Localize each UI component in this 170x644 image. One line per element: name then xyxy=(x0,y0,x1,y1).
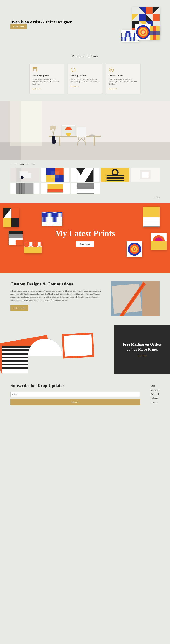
page-next[interactable]: Next xyxy=(156,196,160,198)
svg-rect-35 xyxy=(150,31,160,35)
get-in-touch-button[interactable]: Get in Touch xyxy=(10,305,28,311)
portfolio-thumb-8[interactable] xyxy=(71,183,100,194)
footer-nav-shop[interactable]: Shop xyxy=(151,384,160,387)
year-2019[interactable]: 2019 xyxy=(15,163,18,165)
custom-heading: Custom Designs & Commissions xyxy=(10,281,104,287)
footer-section: Subscribe for Drop Updates Subscribe Sho… xyxy=(0,374,170,414)
purchasing-section: Purchasing Prints Framing Options Mauris… xyxy=(0,47,170,101)
shop-now-button[interactable]: Shop Now xyxy=(76,241,94,247)
year-all[interactable]: All xyxy=(10,163,13,165)
svg-point-44 xyxy=(111,70,112,70)
footer-nav-behance[interactable]: Behance xyxy=(151,397,160,400)
pagination: 1 Next xyxy=(10,196,160,198)
portfolio-grid-row1 xyxy=(10,168,160,182)
portfolio-thumb-5[interactable] xyxy=(131,168,160,182)
custom-image xyxy=(111,281,160,316)
purchasing-heading: Purchasing Prints xyxy=(10,54,160,58)
framing-desc: Mauris blandit aliquam elit, eget tincid… xyxy=(32,78,61,85)
svg-rect-104 xyxy=(16,183,25,194)
matting-promo: Free Matting on Orders of 4 or More Prin… xyxy=(115,325,170,374)
svg-point-66 xyxy=(53,126,56,130)
svg-marker-39 xyxy=(71,68,75,72)
svg-rect-52 xyxy=(94,137,95,146)
subscribe-heading: Subscribe for Drop Updates xyxy=(10,383,140,388)
svg-rect-174 xyxy=(142,281,160,316)
svg-point-77 xyxy=(21,176,24,179)
hero-art-circle xyxy=(135,24,151,40)
scattered-print-1 xyxy=(3,208,19,228)
svg-rect-51 xyxy=(59,137,60,146)
svg-rect-150 xyxy=(143,206,160,217)
hero-art-stripe xyxy=(150,26,160,40)
svg-rect-0 xyxy=(132,7,139,14)
svg-rect-58 xyxy=(62,130,75,134)
portfolio-thumb-6[interactable] xyxy=(10,183,39,194)
hero-title: Ryan is an Artist & Print Designer xyxy=(10,20,72,24)
svg-rect-84 xyxy=(50,172,59,178)
subscribe-area: Subscribe for Drop Updates Subscribe xyxy=(10,383,140,405)
footer-nav-instagram[interactable]: Instagram xyxy=(151,388,160,392)
scattered-print-right2 xyxy=(151,232,167,250)
svg-rect-93 xyxy=(107,177,124,178)
year-2021[interactable]: 2021 xyxy=(26,163,29,165)
framing-card: Framing Options Mauris blandit aliquam e… xyxy=(29,64,64,94)
svg-rect-94 xyxy=(107,178,124,179)
svg-rect-95 xyxy=(107,180,124,181)
svg-rect-105 xyxy=(25,183,33,194)
footer-nav-facebook[interactable]: Facebook xyxy=(151,393,160,396)
learn-more-link[interactable]: Learn More xyxy=(138,355,147,357)
print-methods-card: Print Methods Lorem ipsum dolor sit cons… xyxy=(106,64,141,94)
email-input[interactable] xyxy=(10,392,140,398)
svg-rect-8 xyxy=(139,14,146,21)
svg-rect-60 xyxy=(52,136,55,142)
svg-rect-100 xyxy=(142,172,149,178)
svg-rect-128 xyxy=(11,208,19,218)
matting-title: Matting Options xyxy=(71,74,99,77)
portfolio-thumb-7[interactable] xyxy=(41,183,70,194)
portfolio-thumb-4[interactable] xyxy=(101,168,130,182)
svg-rect-147 xyxy=(24,248,42,254)
svg-point-171 xyxy=(134,248,135,250)
purchasing-cards: Framing Options Mauris blandit aliquam e… xyxy=(10,64,160,94)
portfolio-grid-row2 xyxy=(10,183,100,194)
portfolio-year-filters: All 2019 2020 2021 2022 xyxy=(10,163,160,165)
hero-section: Ryan is an Artist & Print Designer Shop … xyxy=(0,0,170,47)
hero-text: Ryan is an Artist & Print Designer Shop … xyxy=(10,20,72,29)
svg-rect-3 xyxy=(146,7,153,14)
svg-rect-144 xyxy=(16,240,22,245)
latest-prints-content: My Latest Prints Shop Now xyxy=(55,229,115,247)
framing-explore-link[interactable]: Explore All xyxy=(32,88,40,90)
scattered-print-2 xyxy=(9,231,22,245)
scattered-print-3 xyxy=(24,241,42,254)
svg-marker-129 xyxy=(11,218,19,228)
framing-title: Framing Options xyxy=(32,74,61,77)
footer-nav-contact[interactable]: Contact xyxy=(151,401,160,404)
svg-point-97 xyxy=(113,170,117,174)
svg-point-30 xyxy=(141,30,145,34)
latest-prints-section: My Latest Prints Shop Now xyxy=(0,203,170,272)
matting-art xyxy=(0,325,115,374)
svg-rect-78 xyxy=(26,173,31,178)
subscribe-button[interactable]: Subscribe xyxy=(10,399,140,405)
svg-rect-38 xyxy=(33,68,34,69)
portfolio-thumb-1[interactable] xyxy=(10,168,39,182)
shop-prints-button[interactable]: Shop Prints xyxy=(10,24,27,29)
footer-nav: Shop Instagram Facebook Behance Contact xyxy=(151,383,160,404)
svg-rect-127 xyxy=(3,218,11,228)
room-illustration xyxy=(0,101,170,160)
year-2022[interactable]: 2022 xyxy=(31,163,35,165)
portfolio-section: All 2019 2020 2021 2022 xyxy=(0,160,170,203)
matting-promo-heading: Free Matting on Orders of 4 or More Prin… xyxy=(121,342,163,352)
year-2020[interactable]: 2020 xyxy=(20,163,24,165)
portfolio-thumb-2[interactable] xyxy=(41,168,69,182)
print-methods-icon xyxy=(109,67,114,72)
custom-body: Pellentesque in ipsum id orci porta dapi… xyxy=(10,290,104,302)
room-section xyxy=(0,101,170,160)
latest-prints-heading: My Latest Prints xyxy=(55,229,115,238)
scattered-print-circle xyxy=(127,241,142,257)
print-methods-explore-link[interactable]: Explore All xyxy=(109,88,117,90)
matting-explore-link[interactable]: Explore All xyxy=(71,86,79,88)
portfolio-thumb-3[interactable] xyxy=(71,168,99,182)
hero-art-grid xyxy=(121,7,160,42)
svg-rect-11 xyxy=(153,14,160,21)
